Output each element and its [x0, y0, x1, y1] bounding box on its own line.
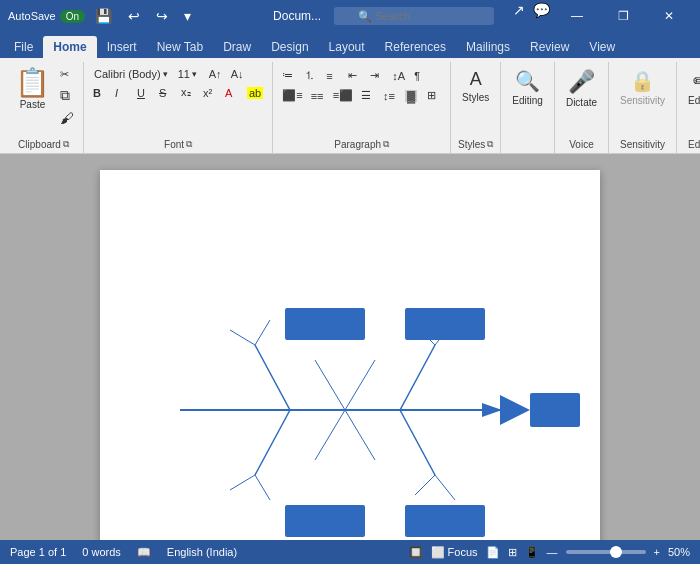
paste-button[interactable]: 📋 Paste: [10, 66, 55, 113]
share-icon[interactable]: ↗: [509, 0, 529, 32]
restore-button[interactable]: ❐: [600, 0, 646, 32]
statusbar-right: 🔲 ⬜ Focus 📄 ⊞ 📱 — + 50%: [409, 546, 690, 559]
tab-design[interactable]: Design: [261, 36, 318, 58]
redo-icon[interactable]: ↪: [152, 6, 172, 26]
svg-line-11: [230, 475, 255, 490]
cut-icon: ✂: [60, 68, 69, 81]
font-size-button[interactable]: 11 ▾: [174, 66, 204, 82]
minimize-button[interactable]: —: [554, 0, 600, 32]
fishbone-diagram: [100, 170, 600, 540]
sensitivity-icon: 🔒: [630, 69, 655, 93]
undo-icon[interactable]: ↩: [124, 6, 144, 26]
view-mode-icon[interactable]: 📄: [486, 546, 500, 559]
page-info: Page 1 of 1: [10, 546, 66, 558]
close-button[interactable]: ✕: [646, 0, 692, 32]
font-family-button[interactable]: Calibri (Body) ▾: [90, 66, 172, 82]
strikethrough-button[interactable]: S: [156, 85, 176, 101]
svg-line-13: [400, 410, 435, 475]
layout-icon[interactable]: ⊞: [508, 546, 517, 559]
highlight-button[interactable]: ab: [244, 85, 266, 101]
zoom-slider[interactable]: [566, 550, 646, 554]
multilevel-icon: ≡: [326, 70, 332, 82]
tab-insert[interactable]: Insert: [97, 36, 147, 58]
font-grow-button[interactable]: A↑: [206, 66, 226, 82]
sort-button[interactable]: ↕A: [389, 66, 409, 85]
font-color-button[interactable]: A: [222, 85, 242, 101]
strikethrough-icon: S: [159, 87, 166, 99]
align-left-button[interactable]: ⬛≡: [279, 87, 305, 104]
svg-rect-17: [405, 308, 485, 340]
tab-references[interactable]: References: [375, 36, 456, 58]
styles-button[interactable]: A Styles: [457, 66, 494, 106]
align-center-button[interactable]: ≡≡: [308, 87, 328, 104]
justify-button[interactable]: ☰: [358, 87, 378, 104]
tab-view[interactable]: View: [579, 36, 625, 58]
underline-button[interactable]: U: [134, 85, 154, 101]
mobile-icon[interactable]: 📱: [525, 546, 539, 559]
font-expand-icon[interactable]: ⧉: [186, 139, 192, 150]
autosave-toggle[interactable]: On: [60, 10, 85, 23]
svg-line-23: [345, 410, 375, 460]
shading-button[interactable]: ▓: [402, 87, 422, 104]
tab-layout[interactable]: Layout: [319, 36, 375, 58]
clipboard-expand-icon[interactable]: ⧉: [63, 139, 69, 150]
copy-icon: ⧉: [60, 87, 70, 104]
autosave-area: AutoSave On: [8, 10, 85, 23]
voice-label: Voice: [569, 137, 593, 153]
font-color-icon: A: [225, 87, 232, 99]
cut-button[interactable]: ✂: [57, 66, 77, 83]
search-input[interactable]: [334, 7, 494, 25]
copy-button[interactable]: ⧉: [57, 85, 77, 106]
multilevel-button[interactable]: ≡: [323, 66, 343, 85]
italic-button[interactable]: I: [112, 85, 132, 101]
comments-icon[interactable]: 💬: [529, 0, 554, 32]
tab-draw[interactable]: Draw: [213, 36, 261, 58]
italic-icon: I: [115, 87, 118, 99]
indent-decrease-icon: ⇤: [348, 69, 357, 82]
zoom-percent[interactable]: 50%: [668, 546, 690, 558]
sensitivity-button[interactable]: 🔒 Sensitivity: [615, 66, 670, 109]
font-shrink-button[interactable]: A↓: [228, 66, 248, 82]
save-icon[interactable]: 💾: [91, 6, 116, 26]
bullets-button[interactable]: ≔: [279, 66, 299, 85]
paragraph-buttons: ≔ ⒈ ≡ ⇤ ⇥ ↕A ¶ ⬛≡ ≡≡ ≡⬛ ☰ ↕≡ ▓ ⊞: [279, 62, 444, 137]
bold-button[interactable]: B: [90, 85, 110, 101]
show-marks-button[interactable]: ¶: [411, 66, 431, 85]
align-left-icon: ⬛≡: [282, 89, 302, 102]
editor-button[interactable]: ✏ Editor: [683, 66, 700, 109]
zoom-out-icon[interactable]: —: [547, 546, 558, 558]
line-spacing-button[interactable]: ↕≡: [380, 87, 400, 104]
autosave-label: AutoSave: [8, 10, 56, 22]
indent-decrease-button[interactable]: ⇤: [345, 66, 365, 85]
align-right-icon: ≡⬛: [333, 89, 353, 102]
marks-icon[interactable]: 🔲: [409, 546, 423, 559]
numbering-button[interactable]: ⒈: [301, 66, 321, 85]
editing-button[interactable]: 🔍 Editing: [507, 66, 548, 109]
format-painter-icon: 🖌: [60, 110, 74, 126]
styles-expand-icon[interactable]: ⧉: [487, 139, 493, 150]
borders-button[interactable]: ⊞: [424, 87, 444, 104]
tab-home[interactable]: Home: [43, 36, 96, 58]
dictate-button[interactable]: 🎤 Dictate: [561, 66, 602, 111]
tab-review[interactable]: Review: [520, 36, 579, 58]
editing-buttons: 🔍 Editing: [507, 62, 548, 148]
focus-button[interactable]: ⬜ Focus: [431, 546, 478, 559]
format-painter-button[interactable]: 🖌: [57, 108, 77, 128]
align-right-button[interactable]: ≡⬛: [330, 87, 356, 104]
para-row2: ⬛≡ ≡≡ ≡⬛ ☰ ↕≡ ▓ ⊞: [279, 87, 444, 104]
customize-icon[interactable]: ▾: [180, 6, 195, 26]
highlight-icon: ab: [247, 87, 263, 99]
zoom-in-icon[interactable]: +: [654, 546, 660, 558]
svg-rect-19: [405, 505, 485, 537]
superscript-button[interactable]: x²: [200, 85, 220, 101]
sensitivity-buttons: 🔒 Sensitivity: [615, 62, 670, 137]
bold-icon: B: [93, 87, 101, 99]
tab-new-tab[interactable]: New Tab: [147, 36, 213, 58]
subscript-button[interactable]: x₂: [178, 84, 198, 101]
indent-increase-button[interactable]: ⇥: [367, 66, 387, 85]
tab-mailings[interactable]: Mailings: [456, 36, 520, 58]
tab-file[interactable]: File: [4, 36, 43, 58]
paragraph-expand-icon[interactable]: ⧉: [383, 139, 389, 150]
svg-rect-18: [285, 505, 365, 537]
svg-line-7: [400, 345, 435, 410]
